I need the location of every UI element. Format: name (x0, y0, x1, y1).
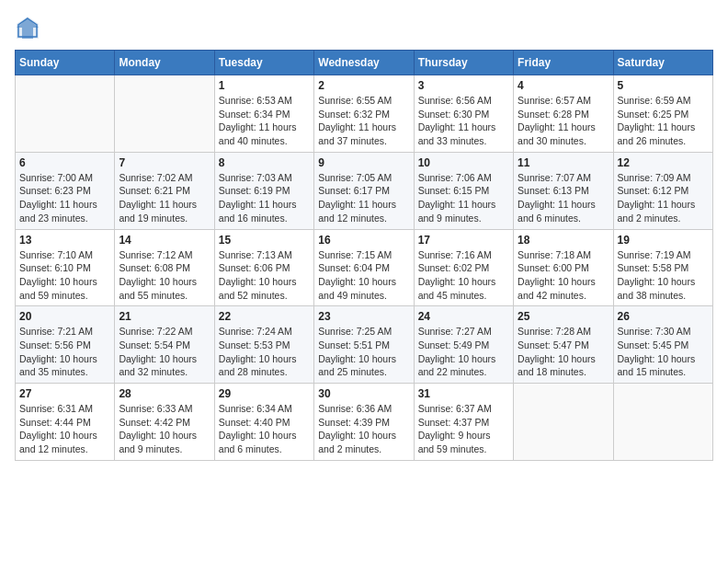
page-header (15, 15, 713, 40)
day-number: 1 (219, 79, 310, 92)
week-row-4: 20Sunrise: 7:21 AMSunset: 5:56 PMDayligh… (16, 306, 713, 384)
day-cell: 17Sunrise: 7:16 AMSunset: 6:02 PMDayligh… (414, 229, 513, 306)
day-info: Sunrise: 7:18 AMSunset: 6:00 PMDaylight:… (518, 248, 609, 303)
day-info: Sunrise: 7:27 AMSunset: 5:49 PMDaylight:… (418, 325, 509, 379)
day-number: 18 (518, 234, 609, 247)
day-number: 10 (418, 156, 509, 169)
day-number: 4 (518, 79, 609, 92)
day-number: 29 (219, 387, 310, 400)
day-info: Sunrise: 6:33 AMSunset: 4:42 PMDaylight:… (119, 402, 210, 456)
week-row-1: 1Sunrise: 6:53 AMSunset: 6:34 PMDaylight… (16, 75, 713, 153)
day-number: 26 (618, 310, 709, 323)
day-number: 27 (19, 387, 110, 400)
day-number: 17 (418, 234, 509, 247)
day-number: 12 (618, 156, 709, 169)
day-info: Sunrise: 7:13 AMSunset: 6:06 PMDaylight:… (219, 248, 310, 303)
day-info: Sunrise: 6:53 AMSunset: 6:34 PMDaylight:… (219, 94, 310, 148)
day-cell: 18Sunrise: 7:18 AMSunset: 6:00 PMDayligh… (514, 229, 613, 306)
day-cell: 9Sunrise: 7:05 AMSunset: 6:17 PMDaylight… (314, 152, 414, 229)
day-number: 25 (518, 310, 609, 323)
day-cell: 3Sunrise: 6:56 AMSunset: 6:30 PMDaylight… (414, 75, 513, 153)
day-info: Sunrise: 7:16 AMSunset: 6:02 PMDaylight:… (418, 248, 509, 303)
day-cell: 29Sunrise: 6:34 AMSunset: 4:40 PMDayligh… (214, 384, 313, 461)
day-info: Sunrise: 7:12 AMSunset: 6:08 PMDaylight:… (119, 248, 210, 303)
logo-icon (15, 15, 40, 40)
day-info: Sunrise: 7:30 AMSunset: 5:45 PMDaylight:… (618, 325, 709, 379)
day-number: 24 (418, 310, 509, 323)
day-cell: 31Sunrise: 6:37 AMSunset: 4:37 PMDayligh… (414, 384, 513, 461)
day-number: 11 (518, 156, 609, 169)
day-cell: 27Sunrise: 6:31 AMSunset: 4:44 PMDayligh… (16, 384, 115, 461)
day-info: Sunrise: 6:59 AMSunset: 6:25 PMDaylight:… (618, 94, 709, 148)
weekday-header-saturday: Saturday (613, 51, 712, 75)
day-number: 8 (219, 156, 310, 169)
day-info: Sunrise: 6:36 AMSunset: 4:39 PMDaylight:… (318, 402, 409, 456)
weekday-header-thursday: Thursday (414, 51, 513, 75)
week-row-2: 6Sunrise: 7:00 AMSunset: 6:23 PMDaylight… (16, 152, 713, 229)
day-cell: 20Sunrise: 7:21 AMSunset: 5:56 PMDayligh… (16, 306, 115, 384)
day-cell: 1Sunrise: 6:53 AMSunset: 6:34 PMDaylight… (214, 75, 313, 153)
weekday-header-monday: Monday (115, 51, 214, 75)
day-number: 28 (119, 387, 210, 400)
day-info: Sunrise: 6:57 AMSunset: 6:28 PMDaylight:… (518, 94, 609, 148)
week-row-3: 13Sunrise: 7:10 AMSunset: 6:10 PMDayligh… (16, 229, 713, 306)
day-cell (613, 384, 712, 461)
day-info: Sunrise: 7:07 AMSunset: 6:13 PMDaylight:… (518, 171, 609, 225)
weekday-header-row: SundayMondayTuesdayWednesdayThursdayFrid… (16, 51, 713, 75)
weekday-header-sunday: Sunday (16, 51, 115, 75)
day-cell: 24Sunrise: 7:27 AMSunset: 5:49 PMDayligh… (414, 306, 513, 384)
day-cell: 12Sunrise: 7:09 AMSunset: 6:12 PMDayligh… (613, 152, 712, 229)
day-cell: 5Sunrise: 6:59 AMSunset: 6:25 PMDaylight… (613, 75, 712, 153)
day-cell: 25Sunrise: 7:28 AMSunset: 5:47 PMDayligh… (514, 306, 613, 384)
day-number: 30 (318, 387, 409, 400)
day-cell: 22Sunrise: 7:24 AMSunset: 5:53 PMDayligh… (214, 306, 313, 384)
day-cell: 2Sunrise: 6:55 AMSunset: 6:32 PMDaylight… (314, 75, 414, 153)
day-cell (514, 384, 613, 461)
day-info: Sunrise: 7:24 AMSunset: 5:53 PMDaylight:… (219, 325, 310, 379)
day-number: 3 (418, 79, 509, 92)
day-info: Sunrise: 7:03 AMSunset: 6:19 PMDaylight:… (219, 171, 310, 225)
day-info: Sunrise: 7:15 AMSunset: 6:04 PMDaylight:… (318, 248, 409, 303)
day-cell: 6Sunrise: 7:00 AMSunset: 6:23 PMDaylight… (16, 152, 115, 229)
day-info: Sunrise: 7:05 AMSunset: 6:17 PMDaylight:… (318, 171, 409, 225)
calendar: SundayMondayTuesdayWednesdayThursdayFrid… (15, 50, 713, 461)
week-row-5: 27Sunrise: 6:31 AMSunset: 4:44 PMDayligh… (16, 384, 713, 461)
day-info: Sunrise: 6:34 AMSunset: 4:40 PMDaylight:… (219, 402, 310, 456)
day-info: Sunrise: 7:21 AMSunset: 5:56 PMDaylight:… (19, 325, 110, 379)
day-info: Sunrise: 6:37 AMSunset: 4:37 PMDaylight:… (418, 402, 509, 456)
day-info: Sunrise: 7:09 AMSunset: 6:12 PMDaylight:… (618, 171, 709, 225)
day-number: 19 (618, 234, 709, 247)
day-cell: 26Sunrise: 7:30 AMSunset: 5:45 PMDayligh… (613, 306, 712, 384)
day-info: Sunrise: 6:55 AMSunset: 6:32 PMDaylight:… (318, 94, 409, 148)
day-number: 5 (618, 79, 709, 92)
day-info: Sunrise: 7:22 AMSunset: 5:54 PMDaylight:… (119, 325, 210, 379)
day-number: 31 (418, 387, 509, 400)
day-number: 20 (19, 310, 110, 323)
day-cell: 7Sunrise: 7:02 AMSunset: 6:21 PMDaylight… (115, 152, 214, 229)
day-number: 6 (19, 156, 110, 169)
day-number: 2 (318, 79, 409, 92)
day-info: Sunrise: 7:10 AMSunset: 6:10 PMDaylight:… (19, 248, 110, 303)
day-number: 16 (318, 234, 409, 247)
day-number: 14 (119, 234, 210, 247)
day-cell: 23Sunrise: 7:25 AMSunset: 5:51 PMDayligh… (314, 306, 414, 384)
day-info: Sunrise: 7:00 AMSunset: 6:23 PMDaylight:… (19, 171, 110, 225)
day-info: Sunrise: 7:02 AMSunset: 6:21 PMDaylight:… (119, 171, 210, 225)
day-info: Sunrise: 7:19 AMSunset: 5:58 PMDaylight:… (618, 248, 709, 303)
day-cell: 16Sunrise: 7:15 AMSunset: 6:04 PMDayligh… (314, 229, 414, 306)
day-cell: 14Sunrise: 7:12 AMSunset: 6:08 PMDayligh… (115, 229, 214, 306)
day-cell (115, 75, 214, 153)
day-cell: 15Sunrise: 7:13 AMSunset: 6:06 PMDayligh… (214, 229, 313, 306)
day-cell: 19Sunrise: 7:19 AMSunset: 5:58 PMDayligh… (613, 229, 712, 306)
day-info: Sunrise: 7:06 AMSunset: 6:15 PMDaylight:… (418, 171, 509, 225)
day-cell: 28Sunrise: 6:33 AMSunset: 4:42 PMDayligh… (115, 384, 214, 461)
day-cell: 4Sunrise: 6:57 AMSunset: 6:28 PMDaylight… (514, 75, 613, 153)
day-cell: 13Sunrise: 7:10 AMSunset: 6:10 PMDayligh… (16, 229, 115, 306)
day-number: 21 (119, 310, 210, 323)
weekday-header-friday: Friday (514, 51, 613, 75)
day-info: Sunrise: 7:25 AMSunset: 5:51 PMDaylight:… (318, 325, 409, 379)
day-number: 22 (219, 310, 310, 323)
day-info: Sunrise: 6:31 AMSunset: 4:44 PMDaylight:… (19, 402, 110, 456)
weekday-header-tuesday: Tuesday (214, 51, 313, 75)
day-number: 13 (19, 234, 110, 247)
